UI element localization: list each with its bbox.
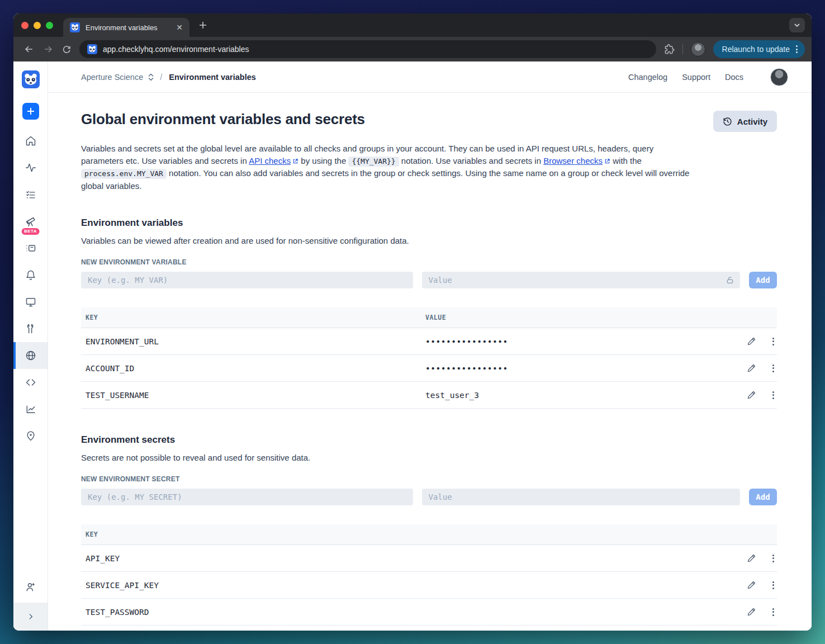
forward-button[interactable] (42, 44, 54, 55)
pencil-icon (747, 390, 756, 400)
traffic-lights[interactable] (21, 22, 53, 29)
edit-variable-button[interactable] (746, 389, 757, 401)
sidebar-item-monitoring[interactable] (13, 154, 48, 181)
pencil-icon (747, 337, 756, 346)
secret-value-input[interactable] (422, 489, 741, 505)
variable-key: ACCOUNT_ID (81, 355, 421, 382)
variable-menu-button[interactable] (770, 390, 777, 400)
edit-variable-button[interactable] (746, 335, 757, 347)
pencil-icon (747, 363, 756, 373)
edit-secret-button[interactable] (746, 606, 757, 618)
external-link-icon (604, 158, 610, 164)
pencil-icon (747, 553, 756, 563)
create-new-button[interactable] (22, 103, 39, 120)
variable-menu-button[interactable] (770, 363, 777, 373)
variable-value: test_user_3 (421, 382, 727, 409)
tab-close-icon[interactable]: ✕ (176, 23, 183, 31)
table-row: ENVIRONMENT_URL •••••••••••••••• (81, 328, 777, 355)
sidebar-item-analytics[interactable] (13, 396, 48, 423)
secret-key-input[interactable] (81, 489, 413, 505)
browser-checks-link[interactable]: Browser checks (543, 156, 603, 165)
new-secret-label: NEW ENVIRONMENT SECRET (81, 475, 777, 483)
variables-col-key: KEY (81, 307, 421, 328)
secret-key: API_KEY (81, 545, 727, 572)
pencil-icon (747, 580, 756, 590)
secret-menu-button[interactable] (770, 553, 777, 564)
browser-tab[interactable]: Environment variables ✕ (63, 18, 189, 37)
invite-user-button[interactable] (13, 571, 48, 603)
back-button[interactable] (23, 44, 35, 55)
table-row: ACCOUNT_ID •••••••••••••••• (81, 355, 777, 382)
edit-secret-button[interactable] (746, 552, 757, 564)
checkly-favicon (70, 22, 80, 32)
sidebar-item-snippets[interactable] (13, 369, 48, 396)
relaunch-label: Relaunch to update (722, 45, 790, 54)
new-secret-form: Add (81, 489, 777, 505)
new-variable-label: NEW ENVIRONMENT VARIABLE (81, 258, 777, 266)
docs-link[interactable]: Docs (725, 73, 743, 82)
api-checks-link[interactable]: API checks (249, 156, 291, 165)
variable-menu-button[interactable] (770, 337, 777, 347)
table-row: SERVICE_API_KEY (81, 572, 777, 599)
account-switcher-caret-icon[interactable] (148, 73, 154, 81)
tab-search-button[interactable] (789, 18, 805, 32)
list-box-icon (25, 243, 36, 254)
checkly-logo[interactable] (22, 70, 40, 88)
new-variable-form: Add (81, 272, 777, 288)
new-tab-button[interactable] (198, 21, 207, 30)
activity-button[interactable]: Activity (713, 111, 777, 132)
toolbar-divider (682, 44, 683, 54)
app-header: Aperture Science / Environment variables… (48, 61, 812, 93)
lock-open-icon[interactable] (726, 276, 734, 285)
variables-description: Variables can be viewed after creation a… (81, 236, 777, 245)
edit-variable-button[interactable] (746, 362, 757, 374)
secrets-table: KEY API_KEY SERVICE (81, 524, 777, 626)
sidebar-item-explore[interactable]: BETA (13, 208, 48, 235)
reload-button[interactable] (61, 44, 72, 54)
globe-icon (25, 350, 36, 361)
sidebar-item-home[interactable] (13, 127, 48, 154)
checklist-icon (25, 189, 36, 200)
variable-value-input[interactable] (422, 272, 741, 288)
sidebar-item-maintenance[interactable] (13, 315, 48, 342)
variables-table: KEY VALUE ENVIRONMENT_URL ••••••••••••••… (81, 307, 777, 409)
code-my-var: {{MY_VAR}} (348, 157, 399, 167)
add-variable-button[interactable]: Add (749, 272, 777, 288)
user-avatar[interactable] (770, 68, 788, 86)
secret-menu-button[interactable] (770, 580, 777, 590)
secret-menu-button[interactable] (770, 607, 777, 617)
relaunch-to-update-button[interactable]: Relaunch to update (713, 40, 805, 58)
sidebar-item-checks[interactable] (13, 181, 48, 208)
secret-key: SERVICE_API_KEY (81, 572, 727, 599)
browser-profile-avatar[interactable] (691, 42, 705, 56)
monitor-icon (25, 296, 36, 307)
browser-menu-icon[interactable] (794, 45, 799, 53)
zoom-window-button[interactable] (46, 22, 53, 29)
code-icon (25, 377, 36, 388)
sidebar-item-private-locations[interactable] (13, 423, 48, 449)
pulse-icon (25, 162, 36, 173)
sidebar-collapse-toggle[interactable] (13, 603, 48, 631)
sidebar-item-dashboards[interactable] (13, 288, 48, 315)
variable-key: TEST_USERNAME (81, 382, 421, 409)
extensions-icon[interactable] (664, 44, 675, 55)
sidebar-item-test-sessions[interactable] (13, 235, 48, 262)
account-switcher[interactable]: Aperture Science (81, 73, 143, 82)
changelog-link[interactable]: Changelog (628, 73, 667, 82)
close-window-button[interactable] (21, 22, 29, 29)
telescope-icon (25, 216, 36, 228)
table-row: TEST_USERNAME test_user_3 (81, 382, 777, 409)
external-link-icon (292, 158, 298, 164)
minimize-window-button[interactable] (34, 22, 41, 29)
activity-label: Activity (737, 117, 767, 126)
sidebar-item-environment-variables[interactable] (13, 342, 48, 369)
edit-secret-button[interactable] (746, 579, 757, 591)
person-plus-icon (25, 581, 36, 593)
wrench-icon (25, 323, 36, 334)
add-secret-button[interactable]: Add (749, 489, 777, 505)
sidebar-item-alerts[interactable] (13, 262, 48, 288)
url-bar[interactable]: app.checklyhq.com/environment-variables (79, 40, 656, 58)
support-link[interactable]: Support (682, 73, 710, 82)
variable-key-input[interactable] (81, 272, 413, 288)
tab-strip: Environment variables ✕ (13, 13, 812, 37)
